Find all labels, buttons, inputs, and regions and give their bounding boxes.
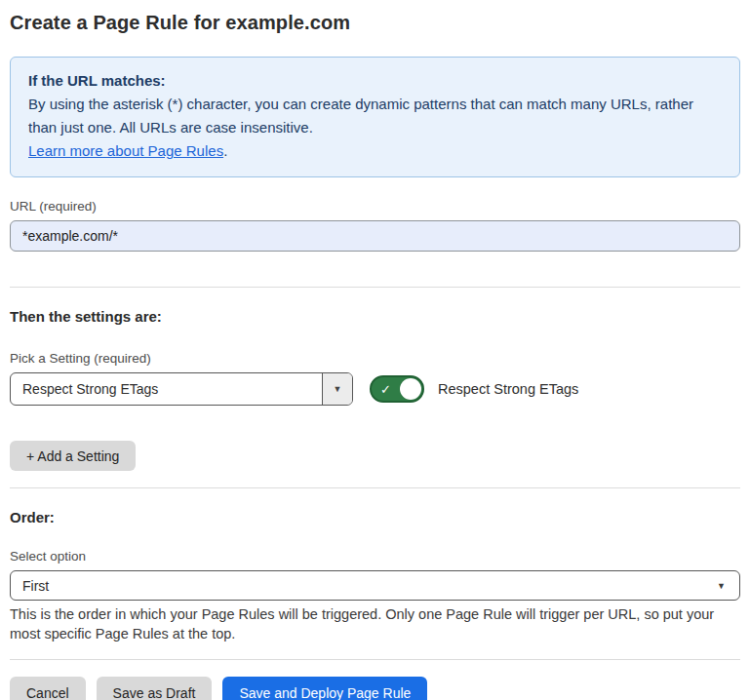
add-setting-button[interactable]: + Add a Setting	[10, 441, 136, 471]
settings-section-heading: Then the settings are:	[10, 308, 740, 325]
form-actions: Cancel Save as Draft Save and Deploy Pag…	[10, 677, 740, 700]
divider	[10, 287, 740, 288]
save-and-deploy-button[interactable]: Save and Deploy Page Rule	[222, 677, 427, 700]
link-suffix: .	[223, 142, 227, 159]
etags-toggle-group: ✓ Respect Strong ETags	[370, 375, 578, 403]
setting-row: Respect Strong ETags ▼ ✓ Respect Strong …	[10, 372, 740, 406]
save-as-draft-button[interactable]: Save as Draft	[97, 677, 213, 700]
learn-more-link[interactable]: Learn more about Page Rules	[28, 142, 223, 159]
cancel-button[interactable]: Cancel	[10, 677, 86, 700]
url-field: URL (required)	[10, 199, 740, 252]
order-select-value: First	[11, 571, 717, 600]
chevron-down-icon[interactable]: ▼	[322, 373, 352, 405]
chevron-down-icon: ▼	[717, 571, 739, 600]
info-box-heading: If the URL matches:	[28, 69, 722, 93]
order-field: Select option First ▼ This is the order …	[10, 549, 740, 643]
order-help-text: This is the order in which your Page Rul…	[10, 605, 736, 643]
pick-setting-field: Pick a Setting (required) Respect Strong…	[10, 351, 740, 406]
order-section-heading: Order:	[10, 509, 740, 525]
setting-select-value: Respect Strong ETags	[11, 373, 322, 405]
info-box-link-row: Learn more about Page Rules.	[28, 139, 722, 163]
etags-toggle[interactable]: ✓	[370, 375, 424, 403]
create-page-rule-form: Create a Page Rule for example.com If th…	[0, 0, 750, 700]
divider	[10, 487, 740, 488]
check-icon: ✓	[380, 383, 391, 396]
page-title: Create a Page Rule for example.com	[10, 12, 740, 34]
url-input[interactable]	[10, 220, 740, 252]
pick-setting-label: Pick a Setting (required)	[10, 351, 740, 366]
url-label: URL (required)	[10, 199, 740, 214]
setting-select[interactable]: Respect Strong ETags ▼	[10, 372, 353, 406]
info-box-body: By using the asterisk (*) character, you…	[28, 93, 722, 139]
toggle-knob	[400, 378, 421, 400]
url-match-info-box: If the URL matches: By using the asteris…	[10, 57, 740, 177]
order-select-label: Select option	[10, 549, 740, 564]
divider	[10, 659, 740, 660]
order-select[interactable]: First ▼	[10, 570, 740, 601]
etags-toggle-label: Respect Strong ETags	[438, 381, 578, 397]
